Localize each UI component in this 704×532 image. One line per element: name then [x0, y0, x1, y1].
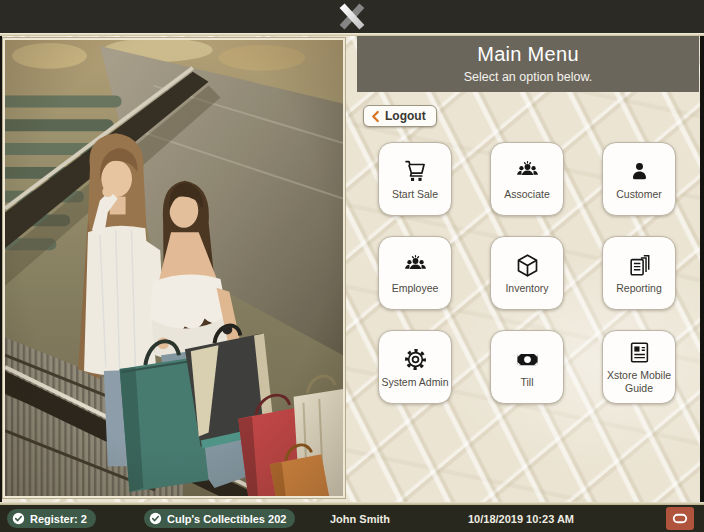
- menu-button-label: Customer: [616, 188, 662, 201]
- documents-stack-icon: [626, 252, 653, 279]
- till-button[interactable]: Till: [490, 330, 564, 404]
- menu-button-label: Associate: [504, 188, 550, 201]
- cube-icon: [514, 252, 541, 279]
- logout-button[interactable]: Logout: [363, 105, 437, 127]
- person-icon: [626, 158, 653, 185]
- people-group-icon: [514, 158, 541, 185]
- page-subtitle: Select an option below.: [357, 66, 699, 84]
- people-group-icon: [402, 252, 429, 279]
- gear-icon: [402, 346, 429, 373]
- menu-button-label: System Admin: [381, 376, 448, 389]
- page-title: Main Menu: [357, 36, 699, 66]
- reporting-button[interactable]: Reporting: [602, 236, 676, 310]
- store-status-label: Culp's Collectibles 202: [167, 513, 286, 525]
- logout-label: Logout: [385, 109, 426, 123]
- xstore-mobile-guide-button[interactable]: Xstore Mobile Guide: [602, 330, 676, 404]
- promo-photo: [2, 37, 346, 499]
- shopping-cart-icon: [402, 158, 429, 185]
- menu-panel: Main Menu Select an option below. Logout…: [352, 36, 700, 502]
- status-bar: Register: 2 Culp's Collectibles 202 John…: [0, 505, 704, 532]
- top-bar: [0, 0, 704, 33]
- check-circle-icon: [149, 512, 162, 525]
- panel-header: Main Menu Select an option below.: [357, 36, 699, 92]
- system-admin-button[interactable]: System Admin: [378, 330, 452, 404]
- menu-button-label: Till: [520, 376, 533, 389]
- xstore-logo-icon: [331, 3, 373, 30]
- customer-button[interactable]: Customer: [602, 142, 676, 216]
- window-edge-left: [0, 36, 2, 502]
- menu-button-label: Start Sale: [392, 188, 438, 201]
- start-sale-button[interactable]: Start Sale: [378, 142, 452, 216]
- window-edge-right: [700, 36, 704, 502]
- message-indicator-button[interactable]: [666, 507, 694, 530]
- oval-icon: [670, 511, 690, 526]
- inventory-button[interactable]: Inventory: [490, 236, 564, 310]
- chevron-left-icon: [371, 110, 380, 123]
- logged-in-user: John Smith: [330, 505, 390, 532]
- check-circle-icon: [12, 512, 25, 525]
- associate-button[interactable]: Associate: [490, 142, 564, 216]
- store-status-badge: Culp's Collectibles 202: [144, 509, 295, 528]
- menu-button-label: Inventory: [505, 282, 548, 295]
- banknote-icon: [514, 346, 541, 373]
- menu-button-label: Xstore Mobile Guide: [605, 369, 673, 394]
- date-time: 10/18/2019 10:23 AM: [468, 505, 574, 532]
- menu-button-label: Employee: [392, 282, 439, 295]
- register-status-badge: Register: 2: [7, 509, 96, 528]
- employee-button[interactable]: Employee: [378, 236, 452, 310]
- menu-grid: Start Sale Associate: [378, 142, 676, 404]
- main-area: Main Menu Select an option below. Logout…: [0, 36, 704, 502]
- menu-button-label: Reporting: [616, 282, 662, 295]
- newspaper-icon: [626, 339, 653, 366]
- register-status-label: Register: 2: [30, 513, 87, 525]
- escalator-shoppers-photo: [5, 40, 343, 496]
